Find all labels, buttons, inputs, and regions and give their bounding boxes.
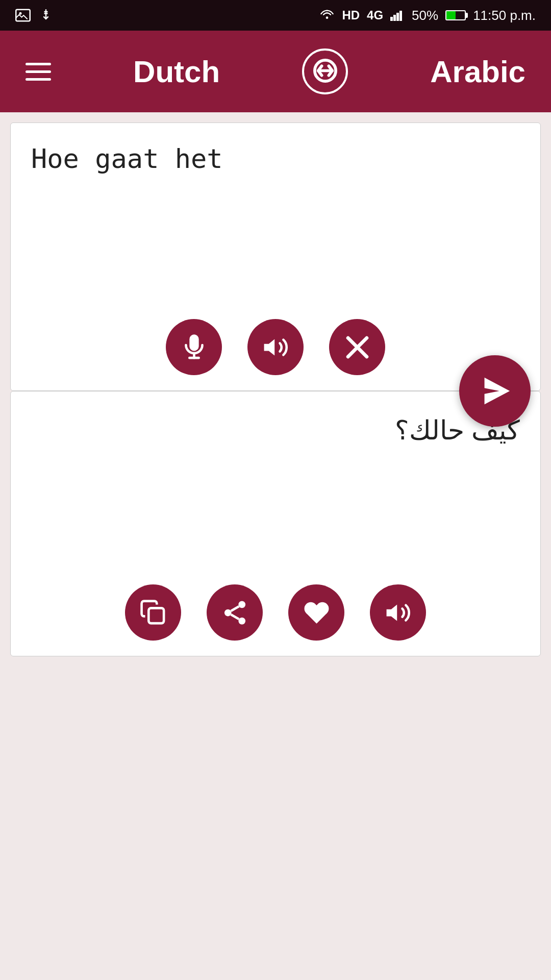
time-display: 11:50 p.m.: [473, 8, 536, 23]
svg-point-15: [238, 601, 245, 608]
main-content: Hoe gaat het: [0, 122, 551, 656]
source-language-label[interactable]: Dutch: [133, 54, 220, 89]
microphone-button[interactable]: [166, 319, 222, 375]
signal-bars-icon: [390, 9, 405, 22]
speaker-translation-icon: [384, 599, 412, 627]
svg-point-1: [19, 12, 22, 15]
speak-translation-button[interactable]: [370, 584, 426, 641]
send-icon: [477, 373, 513, 409]
swap-icon: [311, 57, 339, 87]
output-controls: [11, 584, 540, 641]
status-bar: HD 4G 50% 11:50 p.m.: [0, 0, 551, 31]
svg-marker-13: [485, 378, 510, 405]
svg-rect-3: [390, 17, 393, 21]
battery-percentage: 50%: [412, 8, 438, 23]
hamburger-line: [26, 70, 51, 73]
toolbar: Dutch Arabic: [0, 31, 551, 112]
menu-button[interactable]: [26, 63, 51, 81]
microphone-icon: [180, 333, 208, 361]
input-controls: [11, 319, 540, 375]
copy-button[interactable]: [125, 584, 181, 641]
close-icon: [343, 333, 371, 361]
svg-point-2: [326, 16, 329, 19]
translated-text: كيف حالك؟: [31, 412, 520, 449]
svg-point-17: [238, 617, 245, 624]
clear-button[interactable]: [329, 319, 385, 375]
svg-marker-20: [386, 604, 397, 621]
battery-icon: [445, 10, 466, 20]
hotspot-icon: [319, 8, 335, 22]
translate-button[interactable]: [459, 355, 531, 427]
favorite-button[interactable]: [288, 584, 344, 641]
heart-icon: [303, 599, 331, 627]
svg-rect-14: [148, 608, 164, 623]
target-language-label[interactable]: Arabic: [430, 54, 525, 89]
speaker-icon: [262, 333, 290, 361]
copy-icon: [139, 599, 167, 627]
photo-icon: [15, 8, 31, 22]
svg-rect-6: [399, 11, 402, 21]
hamburger-line: [26, 78, 51, 81]
speak-source-button[interactable]: [247, 319, 304, 375]
status-icons-left: [15, 8, 52, 22]
hd-badge: HD: [342, 8, 360, 22]
share-icon: [221, 599, 249, 627]
swap-languages-button[interactable]: [302, 48, 348, 94]
share-button[interactable]: [207, 584, 263, 641]
svg-rect-5: [396, 13, 399, 21]
input-panel: Hoe gaat het: [10, 122, 541, 391]
usb-icon: [40, 8, 52, 22]
svg-marker-10: [264, 339, 274, 355]
status-icons-right: HD 4G 50% 11:50 p.m.: [319, 8, 536, 23]
svg-rect-4: [393, 15, 396, 21]
network-type: 4G: [367, 8, 383, 22]
hamburger-line: [26, 63, 51, 65]
svg-line-19: [231, 606, 239, 610]
svg-point-16: [224, 609, 231, 616]
output-panel: كيف حالك؟: [10, 391, 541, 656]
svg-line-18: [231, 614, 239, 619]
